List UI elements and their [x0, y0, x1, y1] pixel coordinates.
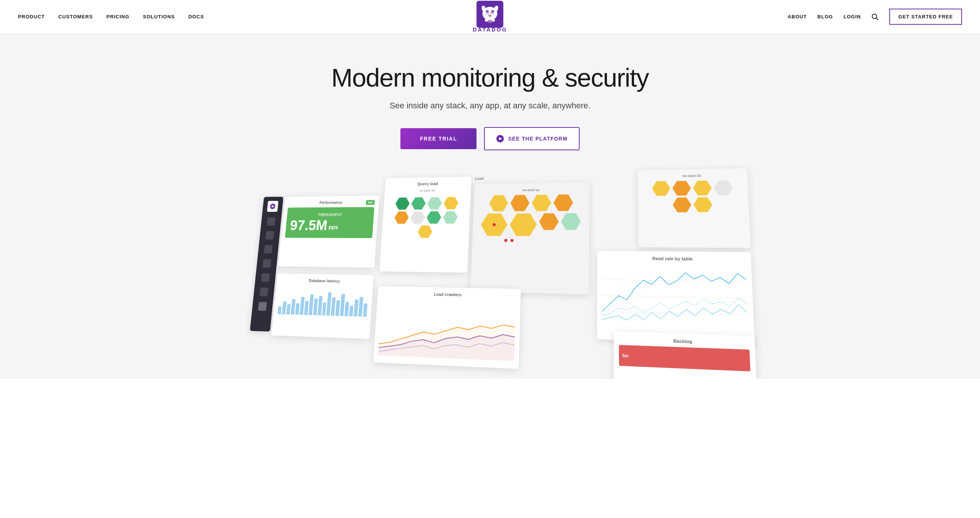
nav-left: PRODUCT CUSTOMERS PRICING SOLUTIONS DOCS — [18, 14, 204, 19]
hero-buttons: FREE TRIAL SEE THE PLATFORM — [8, 127, 972, 150]
datadog-logo-icon — [477, 1, 503, 28]
linechart-svg — [602, 264, 749, 332]
performance-panel: Performance Throughput 97.5M pps 5m — [278, 195, 379, 268]
svg-point-10 — [492, 19, 495, 22]
see-platform-button[interactable]: SEE THE PLATFORM — [484, 127, 579, 150]
play-icon — [496, 135, 504, 143]
hero-title: Modern monitoring & security — [8, 64, 972, 92]
svg-line-19 — [602, 296, 747, 298]
nav-about[interactable]: ABOUT — [788, 14, 807, 19]
hero-section: Modern monitoring & security See inside … — [0, 34, 980, 379]
navbar: PRODUCT CUSTOMERS PRICING SOLUTIONS DOCS — [0, 0, 980, 34]
svg-point-9 — [485, 19, 488, 22]
nav-pricing[interactable]: PRICING — [107, 14, 129, 19]
nav-right: ABOUT BLOG LOGIN GET STARTED FREE — [788, 9, 962, 25]
get-started-button[interactable]: GET STARTED FREE — [889, 9, 962, 25]
load-crawlers-svg — [378, 298, 515, 361]
nav-customers[interactable]: CUSTOMERS — [59, 14, 93, 19]
svg-marker-22 — [378, 321, 515, 361]
nav-product[interactable]: PRODUCT — [18, 14, 45, 19]
nav-docs[interactable]: DOCS — [188, 14, 204, 19]
nav-logo[interactable]: DATADOG — [473, 1, 508, 33]
heatmap-center-panel: us-east-1a — [471, 182, 590, 294]
free-trial-button[interactable]: FREE TRIAL — [400, 128, 477, 149]
load-label: Load — [475, 176, 484, 181]
nav-blog[interactable]: BLOG — [817, 14, 833, 19]
nav-solutions[interactable]: SOLUTIONS — [143, 14, 175, 19]
heatmap-right-panel: us-east-1b — [638, 168, 751, 248]
nav-login[interactable]: LOGIN — [843, 14, 861, 19]
svg-point-5 — [492, 11, 493, 13]
dashboard-mockup: Performance Throughput 97.5M pps 5m Quer… — [246, 173, 734, 379]
linechart-panel: Read rate by table — [597, 251, 755, 345]
backlog-panel: Backlog 5m — [614, 331, 757, 379]
search-icon[interactable] — [871, 13, 879, 21]
hero-subtitle: See inside any stack, any app, at any sc… — [8, 101, 972, 111]
query-load-panel: Query load us-east-1e — [379, 176, 471, 272]
svg-point-4 — [487, 11, 488, 13]
svg-line-13 — [876, 18, 878, 20]
logo-text: DATADOG — [473, 26, 508, 33]
svg-point-11 — [488, 20, 492, 23]
db-latency-panel: Database latency — [271, 273, 374, 339]
load-crawlers-panel: Load crawlers — [373, 286, 521, 369]
